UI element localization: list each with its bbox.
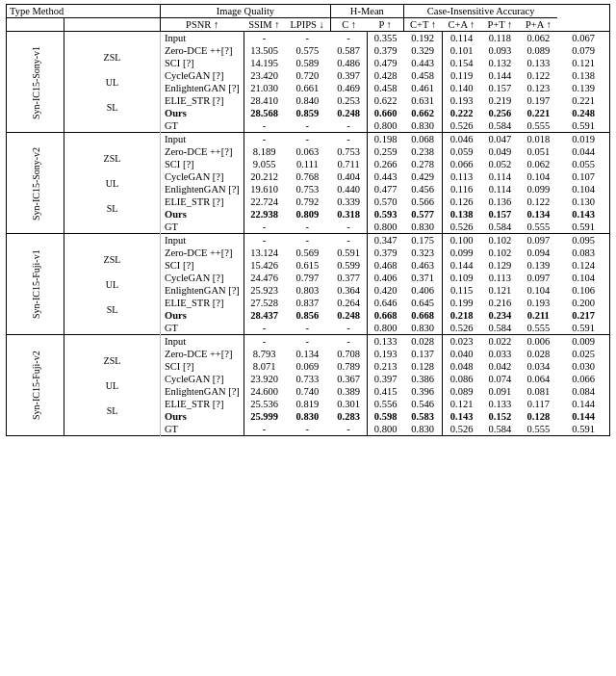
ct-cell: 0.089 (442, 385, 480, 398)
p-cell: 0.463 (403, 259, 442, 272)
pa-cell: 0.106 (557, 284, 609, 297)
method-col-header (64, 18, 161, 32)
p-cell: 0.278 (403, 158, 442, 170)
c-cell: 0.266 (367, 158, 403, 170)
ct-cell: 0.526 (442, 221, 480, 234)
c-cell: 0.570 (367, 195, 403, 208)
ssim-cell: 0.819 (284, 398, 330, 410)
method-cell: Input (161, 133, 244, 146)
p-cell: 0.830 (403, 119, 442, 133)
type-cell: UL (64, 170, 161, 195)
method-cell: ELIE_STR [?] (161, 94, 244, 107)
ssim-cell: 0.589 (284, 57, 330, 69)
pa-cell: 0.107 (557, 170, 609, 183)
psnr-cell: 25.536 (244, 398, 284, 410)
c-cell: 0.397 (367, 373, 403, 385)
lpips-cell: 0.440 (330, 183, 367, 195)
p-cell: 0.830 (403, 221, 442, 234)
pt-cell: 0.117 (519, 398, 557, 410)
ssim-cell: 0.134 (284, 348, 330, 360)
psnr-cell: - (244, 119, 284, 133)
ssim-cell: 0.840 (284, 94, 330, 107)
table-row: GT---0.8000.8300.5260.5840.5550.591 (7, 221, 610, 234)
pa-cell: 0.104 (557, 272, 609, 284)
pt-cell: 0.555 (519, 221, 557, 234)
section-label: Syn-IC15-Fuji-v1 (7, 234, 64, 335)
pa-cell: 0.591 (557, 322, 609, 335)
method-cell: EnlightenGAN [?] (161, 284, 244, 297)
ca-cell: 0.113 (480, 272, 519, 284)
ssim-cell: 0.792 (284, 195, 330, 208)
table-row: SLELIE_STR [?]28.4100.8400.2530.6220.631… (7, 94, 610, 107)
pa-cell: 0.143 (557, 208, 609, 221)
pt-cell: 0.099 (519, 183, 557, 195)
ct-cell: 0.113 (442, 170, 480, 183)
pa-cell: 0.139 (557, 82, 609, 94)
c-cell: 0.259 (367, 145, 403, 158)
lpips-cell: 0.377 (330, 272, 367, 284)
pa-cell: 0.144 (557, 410, 609, 423)
ct-cell: 0.526 (442, 119, 480, 133)
pt-cell: 0.018 (519, 133, 557, 146)
method-cell: SCI [?] (161, 259, 244, 272)
ssim-cell: - (284, 234, 330, 247)
c-cell: 0.406 (367, 272, 403, 284)
type-cell-empty (64, 423, 161, 436)
table-row: ZSLZero-DCE ++[?]8.1890.0630.7530.2590.2… (7, 145, 610, 158)
method-cell: GT (161, 119, 244, 133)
pt-cell: 0.089 (519, 44, 557, 57)
ssim-cell: 0.809 (284, 208, 330, 221)
ssim-cell: 0.063 (284, 145, 330, 158)
c-cell: 0.193 (367, 348, 403, 360)
pt-cell: 0.122 (519, 69, 557, 82)
pt-cell: 0.062 (519, 158, 557, 170)
type-cell-empty (64, 234, 161, 247)
ca-cell: 0.049 (480, 145, 519, 158)
ct-cell: 0.218 (442, 309, 480, 322)
type-cell-empty (64, 335, 161, 349)
ca-cell: 0.152 (480, 410, 519, 423)
table-row: GT---0.8000.8300.5260.5840.5550.591 (7, 423, 610, 436)
ct-cell: 0.048 (442, 360, 480, 373)
ct-cell: 0.121 (442, 398, 480, 410)
pa-cell: 0.025 (557, 348, 609, 360)
hmean-header: H-Mean (330, 5, 403, 18)
ca-cell: 0.133 (480, 398, 519, 410)
pt-cell: 0.197 (519, 94, 557, 107)
pa-cell: 0.124 (557, 259, 609, 272)
c-cell: 0.468 (367, 259, 403, 272)
case-insensitive-header: Case-Insensitive Accuracy (403, 5, 557, 18)
p-cell: 0.566 (403, 195, 442, 208)
method-cell: Ours (161, 309, 244, 322)
psnr-cell: 23.420 (244, 69, 284, 82)
method-cell: Input (161, 32, 244, 45)
type-cell-empty (64, 133, 161, 146)
method-cell: EnlightenGAN [?] (161, 183, 244, 195)
pa-cell: 0.067 (557, 32, 609, 45)
ssim-cell: - (284, 423, 330, 436)
ssim-cell: - (284, 221, 330, 234)
table-body: Syn-IC15-Sony-v1Input---0.3550.1920.1140… (7, 32, 610, 436)
p-cell: 0.238 (403, 145, 442, 158)
ssim-cell: - (284, 133, 330, 146)
c-cell: 0.355 (367, 32, 403, 45)
method-cell: EnlightenGAN [?] (161, 82, 244, 94)
pa-cell: 0.079 (557, 44, 609, 57)
pa-cell: 0.248 (557, 107, 609, 119)
pa-col-header: P+A ↑ (519, 18, 557, 32)
psnr-cell: 15.426 (244, 259, 284, 272)
ct-cell: 0.222 (442, 107, 480, 119)
lpips-cell: - (330, 322, 367, 335)
lpips-cell: 0.248 (330, 107, 367, 119)
ca-cell: 0.047 (480, 133, 519, 146)
table-row: ULCycleGAN [?]23.9200.7330.3670.3970.386… (7, 373, 610, 385)
ct-cell: 0.059 (442, 145, 480, 158)
table-row: GT---0.8000.8300.5260.5840.5550.591 (7, 322, 610, 335)
method-cell: GT (161, 423, 244, 436)
ct-cell: 0.100 (442, 234, 480, 247)
c-cell: 0.415 (367, 385, 403, 398)
method-cell: Ours (161, 107, 244, 119)
ssim-cell: 0.830 (284, 410, 330, 423)
header-row-1: Type Method Image Quality H-Mean Case-In… (7, 5, 610, 18)
pt-cell: 0.104 (519, 170, 557, 183)
